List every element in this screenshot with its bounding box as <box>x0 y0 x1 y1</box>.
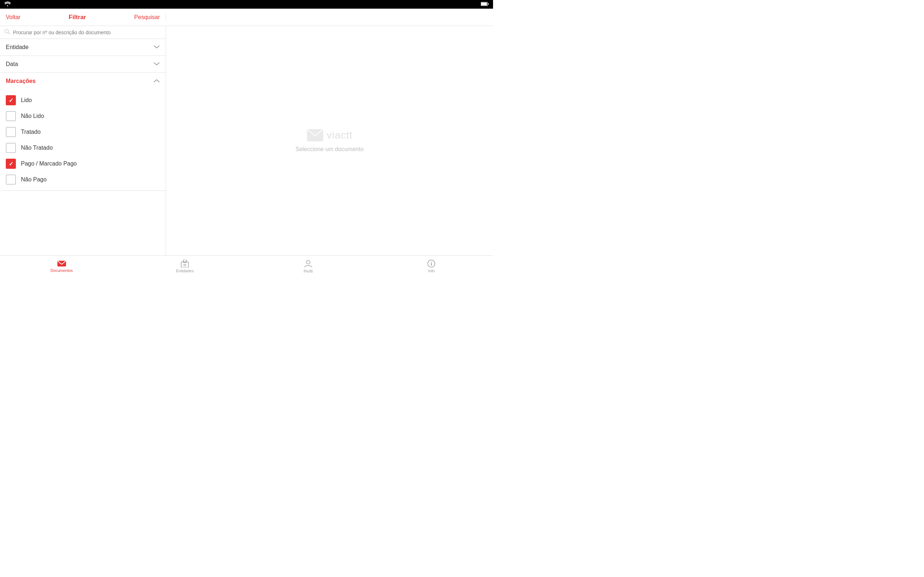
info-icon <box>427 259 435 268</box>
filter-entidade-header[interactable]: Entidade <box>0 39 166 56</box>
checkbox-nao-tratado[interactable]: Não Tratado <box>0 140 166 156</box>
checkbox-nao-lido-box[interactable] <box>6 111 16 121</box>
tab-info[interactable]: Info <box>370 256 493 277</box>
tab-bar: Documentos Entidades Perfil <box>0 255 493 277</box>
checkbox-pago-label: Pago / Marcado Pago <box>21 161 77 167</box>
entidades-icon <box>181 259 189 268</box>
checkbox-nao-tratado-label: Não Tratado <box>21 145 53 151</box>
svg-point-14 <box>431 262 432 263</box>
content-area: Entidade Data <box>0 26 493 255</box>
filter-marcacoes: Marcações Lido <box>0 73 166 191</box>
viactt-envelope-icon <box>307 129 324 142</box>
svg-rect-8 <box>183 259 186 263</box>
nav-left-panel: Voltar Filtrar Pesquisar <box>0 14 166 21</box>
top-nav: Voltar Filtrar Pesquisar <box>0 9 493 26</box>
chevron-down-icon <box>153 44 160 50</box>
tab-entidades[interactable]: Entidades <box>123 256 247 277</box>
filter-entidade: Entidade <box>0 39 166 56</box>
svg-rect-1 <box>481 3 487 5</box>
checkbox-nao-lido-label: Não Lido <box>21 113 44 119</box>
search-icon <box>4 29 10 36</box>
svg-point-11 <box>307 260 310 264</box>
tab-documentos[interactable]: Documentos <box>0 256 123 277</box>
tab-perfil[interactable]: Perfil <box>247 256 370 277</box>
checkbox-tratado[interactable]: Tratado <box>0 124 166 140</box>
app-container: Voltar Filtrar Pesquisar E <box>0 9 493 277</box>
viactt-logo-text: viactt <box>327 129 352 141</box>
search-bar <box>0 26 166 39</box>
back-button[interactable]: Voltar <box>6 14 21 21</box>
filter-panel: Entidade Data <box>0 26 166 255</box>
select-document-text: Seleccione um documento <box>296 146 364 153</box>
checkbox-lido-box[interactable] <box>6 95 16 105</box>
checkbox-nao-tratado-box[interactable] <box>6 143 16 153</box>
checkbox-lido-label: Lido <box>21 97 32 103</box>
svg-rect-2 <box>488 3 489 5</box>
checkbox-lido[interactable]: Lido <box>0 92 166 108</box>
perfil-icon <box>304 259 312 268</box>
chevron-up-icon <box>153 78 160 84</box>
tab-entidades-label: Entidades <box>176 269 194 273</box>
search-button[interactable]: Pesquisar <box>134 14 160 21</box>
checkbox-nao-lido[interactable]: Não Lido <box>0 108 166 124</box>
checkbox-tratado-box[interactable] <box>6 127 16 137</box>
search-input[interactable] <box>13 29 162 35</box>
tab-documentos-label: Documentos <box>50 268 73 272</box>
checkbox-nao-pago-label: Não Pago <box>21 176 47 183</box>
tab-info-label: Info <box>428 269 435 273</box>
checkbox-pago[interactable]: Pago / Marcado Pago <box>0 156 166 172</box>
filter-marcacoes-label: Marcações <box>6 78 36 84</box>
status-bar: 8:11 <box>0 0 493 9</box>
filter-data-label: Data <box>6 61 18 68</box>
checkbox-tratado-label: Tratado <box>21 129 41 135</box>
battery-icon <box>481 2 489 7</box>
svg-line-4 <box>8 33 10 35</box>
filter-marcacoes-header[interactable]: Marcações <box>0 73 166 89</box>
checkbox-nao-pago-box[interactable] <box>6 174 16 185</box>
marcacoes-items: Lido Não Lido Tratado N <box>0 89 166 190</box>
checkbox-nao-pago[interactable]: Não Pago <box>0 172 166 187</box>
tab-perfil-label: Perfil <box>304 269 313 273</box>
documents-icon <box>57 260 66 267</box>
checkbox-pago-box[interactable] <box>6 159 16 169</box>
filter-data-header[interactable]: Data <box>0 56 166 73</box>
nav-title: Filtrar <box>69 14 86 21</box>
filter-entidade-label: Entidade <box>6 44 29 50</box>
viactt-logo: viactt <box>307 129 352 142</box>
wifi-icon <box>4 2 11 8</box>
right-panel: viactt Seleccione um documento <box>166 26 493 255</box>
chevron-down-icon <box>153 61 160 68</box>
filter-data: Data <box>0 56 166 73</box>
